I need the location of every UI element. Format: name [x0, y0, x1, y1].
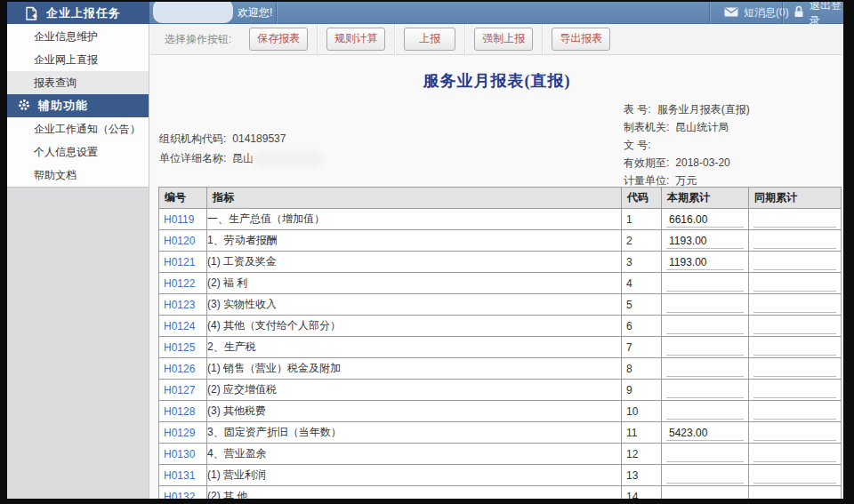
- report-meta-right: 表 号:服务业月报表(直报)制表机关:昆山统计局文 号:有效期至:2018-03…: [624, 100, 750, 189]
- code-cell: 10: [622, 401, 662, 422]
- same-period-input[interactable]: [753, 299, 836, 313]
- sidebar-item[interactable]: 企业信息维护: [7, 25, 149, 48]
- row-id-link[interactable]: H0129: [159, 422, 207, 444]
- row-id-link[interactable]: H0120: [159, 230, 207, 252]
- table-row: H01201、劳动者报酬2: [159, 230, 842, 252]
- row-id-link[interactable]: H0119: [159, 209, 207, 230]
- meta-value: 2018-03-20: [675, 156, 729, 169]
- current-period-cell: [662, 444, 749, 465]
- same-period-input[interactable]: [753, 469, 836, 484]
- sidebar: 企业信息维护企业网上直报报表查询辅助功能企业工作通知（公告）个人信息设置帮助文档: [7, 24, 149, 499]
- meta-line: 表 号:服务业月报表(直报): [624, 100, 750, 118]
- code-cell: 9: [622, 380, 662, 401]
- current-period-cell: [662, 230, 749, 252]
- same-period-cell: [749, 401, 842, 422]
- table-row: H0122(2) 福 利4: [159, 273, 842, 294]
- current-period-input[interactable]: [666, 405, 744, 420]
- same-period-input[interactable]: [753, 277, 836, 292]
- table-row: H0123(3) 实物性收入5: [159, 294, 842, 316]
- meta-label: 文 号:: [624, 139, 651, 151]
- code-cell: 6: [622, 316, 662, 337]
- current-period-input[interactable]: [666, 256, 744, 270]
- sidebar-item[interactable]: 帮助文档: [7, 164, 149, 187]
- row-id-link[interactable]: H0126: [159, 358, 207, 380]
- topbar-divider: [709, 2, 710, 24]
- current-period-input[interactable]: [666, 320, 744, 334]
- current-period-cell: [662, 294, 749, 316]
- table-row: H0126(1) 销售（营业）税金及附加8: [159, 358, 842, 380]
- current-period-input[interactable]: [666, 341, 744, 356]
- toolbar-button[interactable]: 规则计算: [326, 28, 385, 51]
- table-row: H0132(2) 其 他14: [159, 486, 842, 500]
- indicator-cell: (4) 其他（支付给个人部分）: [207, 316, 622, 337]
- sidebar-item[interactable]: 个人信息设置: [7, 140, 149, 164]
- toolbar: 选择操作按钮: 保存报表规则计算上报强制上报导出报表: [150, 24, 843, 55]
- toolbar-button[interactable]: 强制上报: [474, 28, 533, 51]
- toolbar-separator: [464, 24, 465, 55]
- table-row: H0128(3) 其他税费10: [159, 401, 842, 422]
- current-period-input[interactable]: [666, 491, 744, 499]
- same-period-cell: [749, 422, 842, 444]
- same-period-input[interactable]: [753, 491, 836, 499]
- lock-icon: [794, 5, 804, 20]
- row-id-link[interactable]: H0131: [159, 465, 207, 486]
- same-period-input[interactable]: [753, 363, 836, 377]
- messages-button[interactable]: 短消息(0): [724, 2, 789, 24]
- sidebar-section-label: 辅助功能: [38, 98, 88, 114]
- same-period-input[interactable]: [753, 427, 836, 441]
- same-period-cell: [749, 252, 842, 273]
- current-period-input[interactable]: [666, 469, 744, 484]
- code-cell: 2: [622, 230, 662, 252]
- table-row: H0119一、生产总值（增加值）1: [159, 209, 842, 230]
- current-period-input[interactable]: [666, 427, 744, 441]
- current-period-input[interactable]: [666, 235, 744, 249]
- meta-label: 制表机关:: [624, 121, 669, 133]
- toolbar-button[interactable]: 上报: [404, 28, 455, 51]
- code-cell: 4: [622, 273, 662, 294]
- same-period-input[interactable]: [753, 384, 836, 398]
- same-period-input[interactable]: [753, 320, 836, 334]
- current-period-cell: [662, 209, 749, 230]
- app-window: 企业上报任务 欢迎您! 短消息(0) 退出登录 企业信息维护企业网上直报报表查询…: [7, 2, 843, 499]
- same-period-input[interactable]: [753, 448, 836, 462]
- same-period-input[interactable]: [753, 405, 836, 420]
- current-period-input[interactable]: [666, 277, 744, 292]
- current-period-cell: [662, 337, 749, 358]
- same-period-input[interactable]: [753, 341, 836, 356]
- row-id-link[interactable]: H0128: [159, 401, 207, 422]
- sidebar-section-header: 辅助功能: [7, 94, 149, 117]
- column-header: 同期累计: [749, 188, 842, 209]
- row-id-link[interactable]: H0123: [159, 294, 207, 316]
- row-id-link[interactable]: H0127: [159, 380, 207, 401]
- org-code-value: 014189537: [232, 132, 286, 145]
- redacted-user-name: [153, 2, 233, 23]
- same-period-input[interactable]: [753, 256, 836, 270]
- row-id-link[interactable]: H0124: [159, 316, 207, 337]
- same-period-input[interactable]: [753, 213, 836, 228]
- logout-button[interactable]: 退出登录: [794, 2, 843, 24]
- meta-line: 制表机关:昆山统计局: [624, 118, 750, 136]
- same-period-cell: [749, 380, 842, 401]
- row-id-link[interactable]: H0125: [159, 337, 207, 358]
- row-id-link[interactable]: H0121: [159, 252, 207, 273]
- code-cell: 1: [622, 209, 662, 230]
- row-id-link[interactable]: H0132: [159, 486, 207, 500]
- current-period-input[interactable]: [666, 448, 744, 462]
- sidebar-item[interactable]: 报表查询: [7, 71, 149, 94]
- current-period-input[interactable]: [666, 384, 744, 398]
- same-period-input[interactable]: [753, 235, 836, 249]
- row-id-link[interactable]: H0122: [159, 273, 207, 294]
- report-meta-left: 组织机构代码:014189537 单位详细名称:昆山: [159, 129, 321, 168]
- code-cell: 14: [622, 486, 662, 500]
- row-id-link[interactable]: H0130: [159, 444, 207, 465]
- sidebar-item[interactable]: 企业网上直报: [7, 48, 149, 71]
- current-period-input[interactable]: [666, 213, 744, 228]
- current-period-input[interactable]: [666, 299, 744, 313]
- toolbar-button[interactable]: 保存报表: [249, 28, 308, 51]
- same-period-cell: [749, 486, 842, 500]
- toolbar-button[interactable]: 导出报表: [552, 28, 610, 51]
- meta-value: 服务业月报表(直报): [657, 103, 750, 116]
- toolbar-label: 选择操作按钮:: [165, 32, 231, 47]
- sidebar-item[interactable]: 企业工作通知（公告）: [7, 117, 149, 140]
- current-period-input[interactable]: [666, 363, 744, 377]
